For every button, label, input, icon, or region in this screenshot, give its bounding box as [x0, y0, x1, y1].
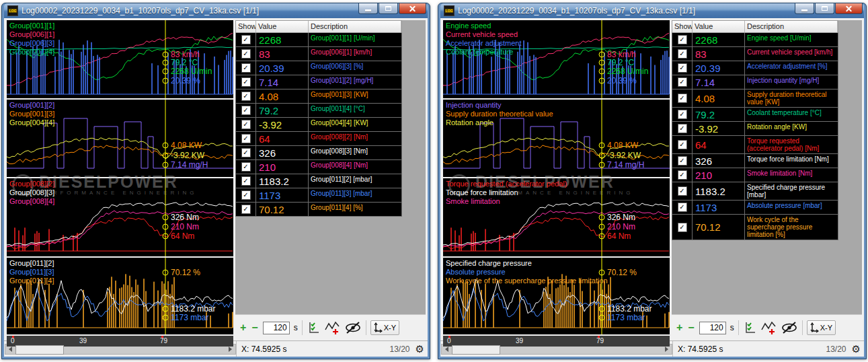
show-checkbox[interactable]: ✓ — [678, 49, 687, 59]
add-curve-icon[interactable] — [760, 320, 777, 335]
show-checkbox[interactable]: ✓ — [678, 35, 687, 44]
show-checkbox[interactable]: ✓ — [241, 205, 251, 214]
show-checkbox[interactable]: ✓ — [678, 63, 687, 73]
value-cell: 210 — [693, 168, 745, 182]
time-unit-label: s — [730, 323, 734, 332]
scrollbar-track[interactable] — [15, 345, 225, 354]
autoscale-icon[interactable] — [743, 321, 756, 334]
show-checkbox[interactable]: ✓ — [678, 110, 687, 119]
time-window-input[interactable] — [263, 322, 290, 334]
show-checkbox[interactable]: ✓ — [678, 203, 687, 212]
cursor-value-label: 79.2 °C — [607, 58, 634, 67]
description-cell: Group[006][3] [%] — [309, 61, 401, 75]
scrollbar-track[interactable] — [452, 345, 662, 354]
zoom-out-button[interactable]: − — [687, 322, 695, 333]
title-bar[interactable]: LOG Log00002_20231229_0034_b1_10207ols_d… — [440, 3, 864, 18]
header-show: Show — [672, 21, 693, 32]
signal-row: ✓7.14Group[001][2] [mg/H] — [236, 75, 401, 89]
zoom-out-button[interactable]: − — [251, 322, 258, 333]
legend-entry: Current vehicle speed — [446, 30, 522, 39]
app-icon: LOG — [444, 5, 455, 16]
show-checkbox[interactable]: ✓ — [678, 140, 687, 149]
show-checkbox[interactable]: ✓ — [241, 49, 251, 59]
minimize-button[interactable] — [795, 3, 814, 14]
horizontal-scrollbar[interactable] — [5, 344, 236, 355]
zoom-in-button[interactable]: + — [239, 322, 247, 333]
show-checkbox[interactable]: ✓ — [241, 120, 251, 129]
horizontal-scrollbar[interactable] — [441, 344, 672, 355]
signal-row: ✓1173Absolute pressure [mbar] — [672, 201, 838, 215]
show-checkbox[interactable]: ✓ — [678, 170, 687, 180]
autoscale-icon[interactable] — [307, 321, 320, 334]
show-checkbox[interactable]: ✓ — [678, 124, 687, 133]
show-cell: ✓ — [672, 136, 693, 153]
minimize-button[interactable] — [358, 3, 378, 14]
value-cell: 4.08 — [256, 89, 309, 103]
legend-entry: Torque force limitation — [446, 188, 567, 197]
chart-panel-4[interactable]: Group[011][2]Group[011][3]Group[011][4]7… — [7, 258, 233, 334]
time-window-input[interactable] — [699, 322, 726, 334]
close-button[interactable] — [399, 3, 426, 14]
show-checkbox[interactable]: ✓ — [241, 190, 251, 200]
panel-legend: Injection quantitySupply duration theore… — [446, 101, 553, 127]
chart-panel-4[interactable]: Specified charge pressureAbsolute pressu… — [443, 258, 670, 334]
chart-panel-2[interactable]: Group[001][2]Group[001][3]Group[004][4]4… — [7, 100, 233, 177]
show-checkbox[interactable]: ✓ — [241, 176, 251, 186]
show-checkbox[interactable]: ✓ — [678, 77, 687, 87]
show-checkbox[interactable]: ✓ — [678, 223, 687, 232]
show-checkbox[interactable]: ✓ — [241, 134, 251, 143]
chart-panel-2[interactable]: Injection quantitySupply duration theore… — [443, 100, 670, 177]
description-cell: Group[011][3] [mbar] — [309, 188, 401, 202]
chart-panel-3[interactable]: Torque requested (accelerator pedal)Torq… — [443, 178, 670, 256]
scrollbar-thumb[interactable] — [452, 345, 500, 355]
chart-toolbar: + − s X-Y — [672, 314, 862, 340]
xy-mode-button[interactable]: X-Y — [807, 320, 836, 335]
zoom-in-button[interactable]: + — [676, 322, 683, 333]
x-axis-tick: 79 — [596, 337, 604, 345]
show-checkbox[interactable]: ✓ — [678, 94, 687, 103]
chart-panel-3[interactable]: Group[008][2]Group[008][3]Group[008][4]3… — [7, 178, 233, 256]
chart-panel-1[interactable]: Engine speedCurrent vehicle speedAcceler… — [443, 20, 670, 98]
title-bar[interactable]: LOG Log00002_20231229_0034_b1_10207ols_d… — [4, 3, 428, 18]
show-checkbox[interactable]: ✓ — [678, 186, 687, 196]
value-cell: 210 — [256, 160, 309, 174]
cursor-value-label: -3.92 KW — [607, 151, 641, 160]
chart-toolbar: + − s X-Y — [235, 314, 426, 340]
cursor-value-label: 4.08 KW — [607, 141, 638, 150]
scrollbar-thumb[interactable] — [15, 345, 64, 355]
close-icon — [845, 5, 853, 11]
description-cell: Torque force limitation [Nm] — [745, 154, 838, 168]
show-cell: ✓ — [672, 122, 693, 135]
show-checkbox[interactable]: ✓ — [241, 63, 251, 73]
minimize-icon — [801, 9, 807, 11]
value-cell: 326 — [256, 146, 309, 159]
app-icon-label: LOG — [9, 9, 17, 13]
maximize-button[interactable] — [379, 3, 398, 14]
cursor-value-label: 1173 mbar — [607, 313, 645, 322]
show-checkbox[interactable]: ✓ — [241, 35, 251, 44]
show-checkbox[interactable]: ✓ — [678, 156, 687, 166]
signal-row: ✓64Group[008][2] [Nm] — [236, 132, 401, 146]
chart-panel-1[interactable]: Group[001][1]Group[006][1]Group[006][3]G… — [7, 20, 233, 98]
hide-curves-icon[interactable] — [344, 321, 362, 334]
xy-mode-button[interactable]: X-Y — [370, 320, 399, 335]
show-checkbox[interactable]: ✓ — [241, 92, 251, 101]
close-button[interactable] — [835, 3, 863, 14]
show-checkbox[interactable]: ✓ — [241, 148, 251, 157]
panel-legend: Group[001][2]Group[001][3]Group[004][4] — [9, 101, 54, 127]
settings-gear-icon[interactable]: ⚙ — [852, 344, 861, 354]
hide-curves-icon[interactable] — [781, 321, 798, 334]
legend-entry: Group[008][4] — [9, 197, 54, 206]
cursor-value-label: 210 Nm — [171, 222, 199, 231]
description-cell: Absolute pressure [mbar] — [745, 201, 838, 214]
value-cell: 20.39 — [693, 61, 745, 75]
cursor-value-label: 7.14 mg/H — [607, 160, 644, 170]
show-checkbox[interactable]: ✓ — [241, 77, 251, 87]
maximize-button[interactable] — [815, 3, 834, 14]
show-cell: ✓ — [236, 174, 256, 188]
add-curve-icon[interactable] — [324, 320, 340, 335]
show-checkbox[interactable]: ✓ — [241, 106, 251, 115]
show-checkbox[interactable]: ✓ — [241, 162, 251, 172]
value-cell: 2268 — [256, 33, 309, 46]
settings-gear-icon[interactable]: ⚙ — [416, 344, 424, 354]
